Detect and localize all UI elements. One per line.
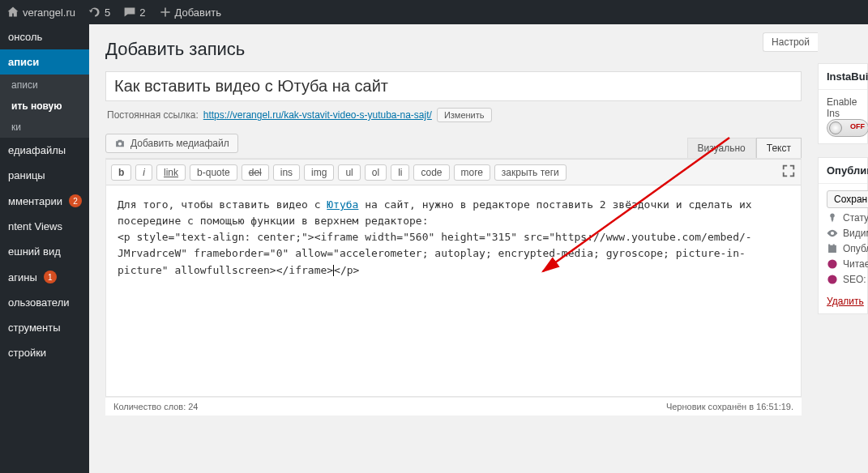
menu-comments[interactable]: мментарии2: [0, 188, 89, 214]
fullscreen-icon: [781, 164, 796, 178]
editor-footer: Количество слов: 24 Черновик сохранён в …: [105, 397, 802, 415]
word-count: 24: [188, 402, 198, 411]
svg-point-2: [827, 275, 836, 283]
qt-del[interactable]: del: [242, 164, 269, 181]
qt-ul[interactable]: ul: [338, 164, 360, 181]
plus-icon: [159, 6, 172, 19]
save-draft-button[interactable]: Сохранит: [827, 190, 868, 208]
publish-date-label[interactable]: Опубл: [843, 243, 868, 254]
qt-ol[interactable]: ol: [365, 164, 387, 181]
camera-icon: [114, 138, 126, 149]
permalink-edit-button[interactable]: Изменить: [437, 108, 492, 122]
yoast-readability-icon: [827, 258, 838, 270]
menu-users[interactable]: ользователи: [0, 290, 89, 315]
qt-blockquote[interactable]: b-quote: [190, 164, 237, 181]
menu-content-views[interactable]: ntent Views: [0, 214, 89, 239]
instabuilder-box: InstaBuild Enable Ins OFF: [818, 63, 868, 144]
youtube-link[interactable]: Ютуба: [327, 198, 358, 211]
svg-point-1: [827, 259, 836, 268]
permalink-row: Постоянная ссылка: https://verangel.ru/k…: [107, 108, 802, 122]
qt-link[interactable]: link: [156, 164, 186, 181]
admin-sidebar: онсоль аписи аписи ить новую ки едиафайл…: [0, 24, 89, 473]
site-link[interactable]: verangel.ru: [6, 6, 75, 19]
publish-box-title: Опублико: [819, 158, 867, 184]
readability-label[interactable]: Читаем: [843, 258, 868, 270]
eye-icon: [827, 228, 838, 239]
comments-badge: 2: [69, 194, 82, 207]
menu-pages[interactable]: раницы: [0, 163, 89, 188]
move-to-trash-link[interactable]: Удалить: [827, 296, 864, 307]
admin-topbar: verangel.ru 5 2 Добавить: [0, 0, 868, 24]
menu-plugins[interactable]: агины1: [0, 264, 89, 290]
text-editor: b i link b-quote del ins img ul ol li co…: [105, 158, 802, 397]
fullscreen-button[interactable]: [781, 164, 796, 181]
tab-text[interactable]: Текст: [756, 138, 802, 158]
post-title-input[interactable]: [105, 71, 802, 101]
submenu-new-post[interactable]: ить новую: [0, 96, 89, 117]
pin-icon: [827, 212, 838, 224]
menu-media[interactable]: едиафайлы: [0, 138, 89, 163]
seo-label[interactable]: SEO: Н: [843, 274, 868, 285]
menu-appearance[interactable]: ешний вид: [0, 239, 89, 264]
qt-code[interactable]: code: [413, 164, 449, 181]
quicktags-toolbar: b i link b-quote del ins img ul ol li co…: [106, 159, 801, 185]
yoast-seo-icon: [827, 274, 838, 285]
editor-tabs: Визуально Текст: [687, 138, 802, 158]
qt-li[interactable]: li: [391, 164, 409, 181]
updates-link[interactable]: 5: [88, 6, 110, 19]
qt-bold[interactable]: b: [111, 164, 131, 181]
publish-box: Опублико Сохранит Статус Видим Опубл Чит…: [818, 157, 868, 314]
tab-visual[interactable]: Визуально: [687, 138, 756, 158]
home-icon: [6, 6, 19, 19]
add-label: Добавить: [175, 6, 221, 19]
qt-more[interactable]: more: [454, 164, 490, 181]
calendar-icon: [827, 243, 838, 254]
submenu-posts: аписи ить новую ки: [0, 75, 89, 138]
autosave-status: Черновик сохранён в 16:51:19.: [666, 402, 793, 411]
instabuilder-title: InstaBuild: [819, 64, 867, 90]
updates-count: 5: [105, 6, 110, 19]
permalink-label: Постоянная ссылка:: [107, 109, 199, 121]
qt-close-tags[interactable]: закрыть теги: [494, 164, 567, 181]
refresh-icon: [88, 6, 101, 19]
site-name: verangel.ru: [23, 6, 75, 19]
word-count-label: Количество слов:: [113, 402, 186, 411]
instabuilder-toggle[interactable]: OFF: [827, 119, 868, 137]
qt-italic[interactable]: i: [135, 164, 152, 181]
right-sidebar: InstaBuild Enable Ins OFF Опублико Сохра…: [818, 24, 868, 473]
comments-link[interactable]: 2: [123, 6, 145, 19]
menu-settings[interactable]: стройки: [0, 340, 89, 365]
submenu-categories[interactable]: ки: [0, 117, 89, 138]
add-media-button[interactable]: Добавить медиафайл: [105, 134, 238, 153]
qt-img[interactable]: img: [304, 164, 334, 181]
enable-label: Enable Ins: [827, 96, 859, 119]
screen-options-tab[interactable]: Настрой: [763, 32, 818, 52]
page-title: Добавить запись: [105, 39, 802, 60]
menu-tools[interactable]: струменты: [0, 315, 89, 340]
comment-icon: [123, 6, 136, 19]
visibility-label[interactable]: Видим: [843, 228, 868, 239]
submenu-all-posts[interactable]: аписи: [0, 75, 89, 96]
menu-posts[interactable]: аписи: [0, 49, 89, 75]
menu-dashboard[interactable]: онсоль: [0, 24, 89, 49]
add-new-link[interactable]: Добавить: [159, 6, 221, 19]
topbar-comments-count: 2: [139, 6, 145, 19]
status-label[interactable]: Статус: [843, 212, 868, 224]
qt-ins[interactable]: ins: [273, 164, 300, 181]
editor-area: Настрой Добавить запись Постоянная ссылк…: [89, 24, 818, 473]
permalink-url[interactable]: https://verangel.ru/kak-vstavit-video-s-…: [203, 109, 432, 121]
plugins-badge: 1: [44, 271, 57, 283]
content-textarea[interactable]: Для того, чтобы вставить видео с Ютуба н…: [106, 185, 801, 396]
